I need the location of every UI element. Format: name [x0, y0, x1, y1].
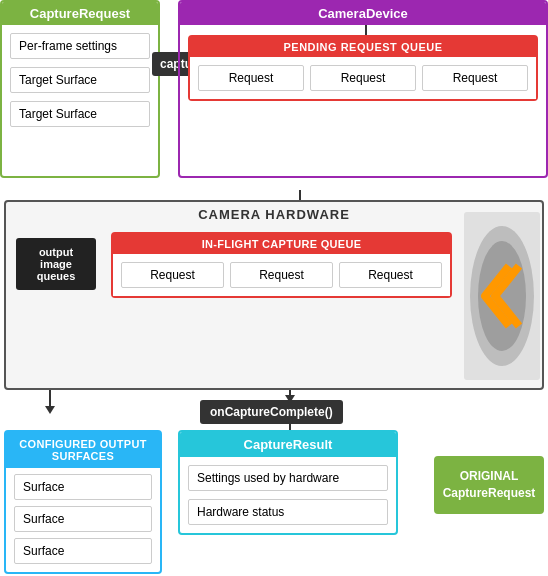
diagram: CaptureRequest Per-frame settings Target…	[0, 0, 548, 576]
inflight-queue-items: Request Request Request	[113, 254, 450, 296]
camera-hardware-title: CAMERA HARDWARE	[6, 202, 542, 224]
inflight-queue-box: IN-FLIGHT CAPTURE QUEUE Request Request …	[111, 232, 452, 298]
pending-queue-item-2: Request	[310, 65, 416, 91]
capture-result-item-1: Settings used by hardware	[188, 465, 388, 491]
output-image-queues: output image queues	[16, 238, 96, 290]
pending-queue-title: PENDING REQUEST QUEUE	[190, 37, 536, 57]
original-capture-text: ORIGINAL CaptureRequest	[436, 458, 542, 512]
inflight-queue-item-2: Request	[230, 262, 333, 288]
pending-queue-item-1: Request	[198, 65, 304, 91]
inflight-queue-item-3: Request	[339, 262, 442, 288]
capture-result-box: CaptureResult Settings used by hardware …	[178, 430, 398, 535]
pending-queue-items: Request Request Request	[190, 57, 536, 99]
capture-request-item-1: Per-frame settings	[10, 33, 150, 59]
configured-surfaces-box: CONFIGURED OUTPUT SURFACES Surface Surfa…	[4, 430, 162, 574]
capture-result-title: CaptureResult	[180, 432, 396, 457]
camera-device-box: CameraDevice PENDING REQUEST QUEUE Reque…	[178, 0, 548, 178]
capture-result-item-2: Hardware status	[188, 499, 388, 525]
capture-request-item-3: Target Surface	[10, 101, 150, 127]
camera-lens-graphic	[464, 212, 540, 380]
camera-device-title: CameraDevice	[180, 2, 546, 25]
configured-surfaces-title: CONFIGURED OUTPUT SURFACES	[6, 432, 160, 468]
surface-item-1: Surface	[14, 474, 152, 500]
pending-queue-item-3: Request	[422, 65, 528, 91]
capture-request-title: CaptureRequest	[2, 2, 158, 25]
surface-item-2: Surface	[14, 506, 152, 532]
pending-queue-box: PENDING REQUEST QUEUE Request Request Re…	[188, 35, 538, 101]
original-capture-box: ORIGINAL CaptureRequest	[434, 456, 544, 514]
svg-marker-11	[45, 406, 55, 414]
capture-request-item-2: Target Surface	[10, 67, 150, 93]
inflight-queue-title: IN-FLIGHT CAPTURE QUEUE	[113, 234, 450, 254]
inflight-queue-item-1: Request	[121, 262, 224, 288]
surface-item-3: Surface	[14, 538, 152, 564]
capture-request-box: CaptureRequest Per-frame settings Target…	[0, 0, 160, 178]
camera-hardware-box: CAMERA HARDWARE output image queues IN-F…	[4, 200, 544, 390]
on-capture-complete-button[interactable]: onCaptureComplete()	[200, 400, 343, 424]
